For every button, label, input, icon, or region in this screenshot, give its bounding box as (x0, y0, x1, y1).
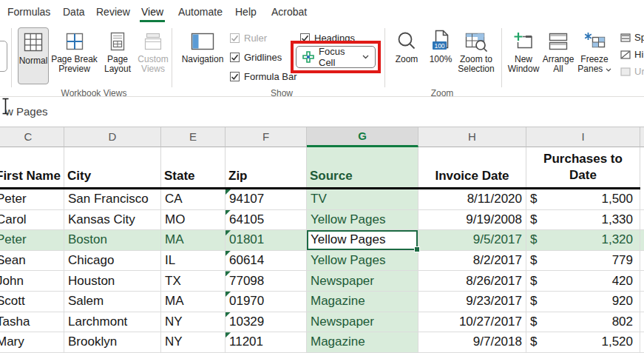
tab-automate[interactable]: Automate (178, 6, 223, 18)
fill-handle[interactable] (414, 246, 420, 252)
header-source[interactable]: Source (307, 147, 418, 189)
column-header-e[interactable]: E (161, 127, 226, 147)
cell-state[interactable]: MA (161, 292, 226, 312)
gridlines-checkbox[interactable]: Gridlines (230, 52, 282, 63)
cell-invoice-date[interactable]: 9/19/2008 (418, 210, 526, 231)
cell-invoice-date[interactable]: 9/5/2017 (418, 230, 526, 251)
tab-data[interactable]: Data (63, 6, 85, 18)
cell-state[interactable]: TX (161, 271, 226, 292)
cell-source[interactable]: Newspaper (307, 312, 418, 333)
column-header-h[interactable]: H (418, 127, 526, 147)
cell-first-name[interactable]: Carol (0, 210, 64, 231)
cell-state[interactable]: MO (161, 210, 226, 231)
cell-purchases[interactable]: $1,330 (526, 210, 640, 231)
column-header-f[interactable]: F (226, 127, 307, 147)
page-break-preview-button[interactable]: Page Break Preview (50, 28, 99, 74)
formula-bar-checkbox[interactable]: Formula Bar (230, 71, 297, 82)
cell-first-name[interactable]: Peter (0, 230, 64, 251)
cell-zip[interactable]: 64105 (226, 210, 307, 231)
cell-invoice-date[interactable]: 8/26/2017 (418, 271, 526, 292)
cell-empty[interactable] (640, 271, 644, 292)
cell-invoice-date[interactable]: 9/23/2017 (418, 292, 526, 312)
page-layout-button[interactable]: Page Layout (101, 28, 135, 74)
active-cell[interactable]: Yellow Pages (307, 230, 418, 251)
formula-bar[interactable]: w Pages (0, 97, 644, 127)
cell-empty[interactable] (640, 230, 644, 251)
header-purchases-to-date[interactable]: Purchases to Date (526, 147, 640, 189)
cell-source[interactable]: Magazine (307, 332, 418, 353)
cell-city[interactable]: San Francisco (64, 189, 161, 210)
tab-view[interactable]: View (141, 6, 163, 18)
cell-first-name[interactable]: Peter (0, 189, 64, 210)
cell-city[interactable]: Boston (64, 230, 161, 251)
header-first-name[interactable]: First Name (0, 147, 64, 189)
cell-first-name[interactable]: Scott (0, 292, 64, 312)
new-window-button[interactable]: New Window (507, 28, 540, 74)
cell-source[interactable]: Yellow Pages (307, 210, 418, 231)
cell-zip[interactable]: 01801 (226, 230, 307, 251)
zoom-to-selection-button[interactable]: Zoom to Selection (457, 28, 495, 74)
cell-empty[interactable] (640, 312, 644, 333)
unhide-button[interactable]: Ur (620, 66, 644, 77)
focus-cell-button[interactable]: Focus Cell (296, 46, 376, 68)
cell-city[interactable]: Brooklyn (64, 332, 161, 353)
cell-purchases[interactable]: $1,500 (526, 189, 640, 210)
cell-city[interactable]: Larchmont (64, 312, 161, 333)
freeze-panes-button[interactable]: Freeze Panes (577, 28, 612, 74)
cell-first-name[interactable]: Sean (0, 251, 64, 272)
cell-empty[interactable] (640, 189, 644, 210)
tab-help[interactable]: Help (235, 6, 257, 18)
tab-formulas[interactable]: Formulas (7, 6, 50, 18)
cell-state[interactable]: NY (161, 312, 226, 333)
cell-empty[interactable] (640, 251, 644, 272)
cell-source[interactable]: Yellow Pages (307, 251, 418, 272)
header-city[interactable]: City (64, 147, 161, 189)
cell-zip[interactable]: 11201 (226, 332, 307, 353)
cell-zip[interactable]: 10329 (226, 312, 307, 333)
clipped-button[interactable] (0, 41, 7, 72)
cell-state[interactable]: IL (161, 251, 226, 272)
headings-checkbox[interactable]: Headings (300, 33, 355, 44)
cell-city[interactable]: Houston (64, 271, 161, 292)
cell-source[interactable]: TV (307, 189, 418, 210)
cell-state[interactable]: MA (161, 230, 226, 251)
column-header-clipped[interactable] (640, 127, 644, 147)
column-header-g-selected[interactable]: G (307, 127, 418, 147)
tab-acrobat[interactable]: Acrobat (271, 6, 307, 18)
ruler-checkbox[interactable]: Ruler (230, 33, 267, 44)
cell-state[interactable]: NY (161, 332, 226, 353)
cell-first-name[interactable]: Tasha (0, 312, 64, 333)
cell-zip[interactable]: 94107 (226, 189, 307, 210)
cell-first-name[interactable]: Mary (0, 332, 64, 353)
custom-views-button[interactable]: Custom Views (135, 28, 171, 74)
zoom-100-button[interactable]: 100 100% (426, 28, 455, 64)
arrange-all-button[interactable]: Arrange All (541, 28, 575, 74)
cell-purchases[interactable]: $779 (526, 251, 640, 272)
navigation-button[interactable]: Navigation (181, 28, 224, 64)
zoom-button[interactable]: Zoom (389, 28, 424, 64)
split-button[interactable]: Sp (620, 32, 644, 43)
cell-invoice-date[interactable]: 8/11/2020 (418, 189, 526, 210)
cell-purchases[interactable]: $1,520 (526, 332, 640, 353)
header-state[interactable]: State (161, 147, 226, 189)
cell-empty[interactable] (640, 332, 644, 353)
cell-source[interactable]: Magazine (307, 292, 418, 312)
cell-source[interactable]: Newspaper (307, 271, 418, 292)
cell-invoice-date[interactable]: 10/27/2017 (418, 312, 526, 333)
cell-purchases[interactable]: $920 (526, 292, 640, 312)
header-invoice-date[interactable]: Invoice Date (418, 147, 526, 189)
cell-purchases[interactable]: $802 (526, 312, 640, 333)
cell-empty[interactable] (640, 210, 644, 231)
cell-purchases[interactable]: $420 (526, 271, 640, 292)
cell-invoice-date[interactable]: 9/7/2018 (418, 332, 526, 353)
cell-invoice-date[interactable]: 8/2/2017 (418, 251, 526, 272)
hide-button[interactable]: Hi (620, 49, 643, 60)
cell-zip[interactable]: 60614 (226, 251, 307, 272)
cell-first-name[interactable]: John (0, 271, 64, 292)
cell-empty[interactable] (640, 292, 644, 312)
cell-zip[interactable]: 01970 (226, 292, 307, 312)
tab-review[interactable]: Review (96, 6, 130, 18)
cell-city[interactable]: Salem (64, 292, 161, 312)
header-zip[interactable]: Zip (226, 147, 307, 189)
cell-city[interactable]: Kansas City (64, 210, 161, 231)
